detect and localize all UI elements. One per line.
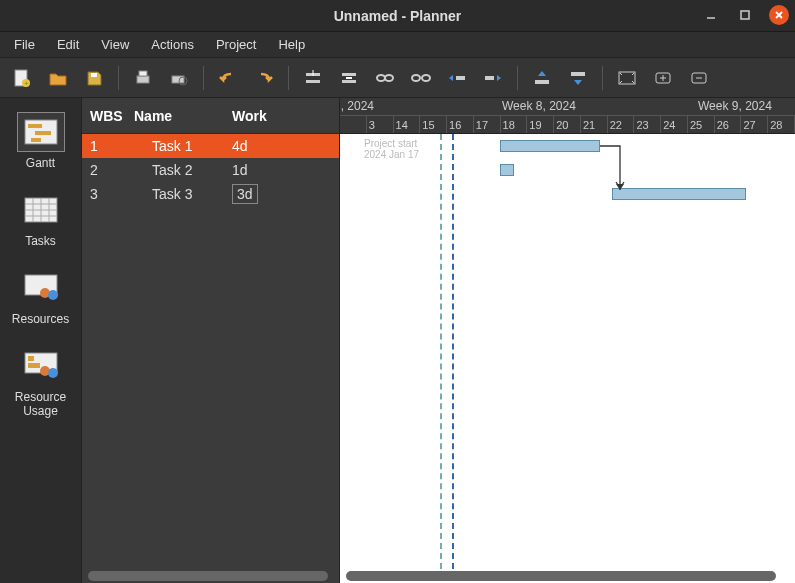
cell-name: Task 1: [134, 138, 232, 154]
cell-work: 4d: [232, 138, 312, 154]
tasks-icon: [17, 190, 65, 230]
nav-tasks[interactable]: Tasks: [4, 184, 78, 254]
day-cell: [340, 115, 367, 133]
remove-task-icon[interactable]: [335, 64, 363, 92]
svg-rect-34: [31, 138, 41, 142]
svg-rect-21: [456, 76, 465, 80]
nav-gantt[interactable]: Gantt: [4, 106, 78, 176]
svg-point-18: [385, 75, 393, 81]
svg-point-17: [377, 75, 385, 81]
svg-rect-24: [571, 72, 585, 76]
svg-rect-47: [28, 363, 40, 368]
print-preview-icon[interactable]: [165, 64, 193, 92]
project-start-label: Project start 2024 Jan 17: [364, 138, 419, 160]
gantt-bar[interactable]: [500, 140, 600, 152]
cell-name: Task 2: [134, 162, 232, 178]
minimize-button[interactable]: [701, 5, 721, 25]
nav-resource-usage[interactable]: Resource Usage: [4, 340, 78, 424]
link-tasks-icon[interactable]: [371, 64, 399, 92]
svg-rect-15: [342, 80, 356, 83]
new-file-icon[interactable]: +: [8, 64, 36, 92]
day-cell: 24: [661, 115, 688, 133]
task-header: WBS Name Work: [82, 98, 339, 134]
day-cell: 15: [420, 115, 447, 133]
menu-edit[interactable]: Edit: [47, 34, 89, 55]
zoom-in-icon[interactable]: [649, 64, 677, 92]
undo-icon[interactable]: [214, 64, 242, 92]
move-up-icon[interactable]: [528, 64, 556, 92]
day-cell: 16: [447, 115, 474, 133]
svg-rect-1: [741, 11, 749, 19]
cell-wbs: 1: [82, 138, 134, 154]
day-cell: 18: [501, 115, 528, 133]
table-row[interactable]: 2 Task 2 1d: [82, 158, 339, 182]
cell-work-editing[interactable]: 3d: [232, 184, 312, 204]
col-name[interactable]: Name: [134, 108, 232, 124]
outdent-icon[interactable]: [479, 64, 507, 92]
window-title: Unnamed - Planner: [334, 8, 462, 24]
menu-help[interactable]: Help: [268, 34, 315, 55]
day-cell: 3: [367, 115, 394, 133]
svg-rect-9: [139, 71, 147, 76]
svg-rect-23: [535, 80, 549, 84]
svg-rect-14: [342, 73, 356, 76]
unlink-tasks-icon[interactable]: [407, 64, 435, 92]
gantt-header: 7, 2024 Week 8, 2024 Week 9, 2024 314151…: [340, 98, 795, 134]
nav-usage-label: Resource Usage: [15, 390, 66, 418]
day-cell: 19: [527, 115, 554, 133]
zoom-out-icon[interactable]: [685, 64, 713, 92]
day-cell: 21: [581, 115, 608, 133]
toolbar: +: [0, 58, 795, 98]
week-label: Week 9, 2024: [696, 99, 772, 113]
gantt-chart[interactable]: 7, 2024 Week 8, 2024 Week 9, 2024 314151…: [340, 98, 795, 583]
week-label: 7, 2024: [340, 99, 374, 113]
svg-rect-32: [28, 124, 42, 128]
table-row[interactable]: 1 Task 1 4d: [82, 134, 339, 158]
zoom-fit-icon[interactable]: [613, 64, 641, 92]
cell-work: 1d: [232, 162, 312, 178]
day-cell: 22: [608, 115, 635, 133]
day-cell: 25: [688, 115, 715, 133]
gantt-icon: [17, 112, 65, 152]
menu-view[interactable]: View: [91, 34, 139, 55]
indent-icon[interactable]: [443, 64, 471, 92]
menu-file[interactable]: File: [4, 34, 45, 55]
week-label: Week 8, 2024: [500, 99, 576, 113]
resource-usage-icon: [17, 346, 65, 386]
menu-project[interactable]: Project: [206, 34, 266, 55]
nav-resources-label: Resources: [12, 312, 69, 326]
col-work[interactable]: Work: [232, 108, 312, 124]
print-icon[interactable]: [129, 64, 157, 92]
nav-resources[interactable]: Resources: [4, 262, 78, 332]
svg-point-20: [422, 75, 430, 81]
svg-point-19: [412, 75, 420, 81]
day-cell: 28: [768, 115, 795, 133]
nav-tasks-label: Tasks: [25, 234, 56, 248]
svg-point-49: [48, 368, 58, 378]
gantt-scrollbar[interactable]: [346, 571, 776, 581]
redo-icon[interactable]: [250, 64, 278, 92]
nav-gantt-label: Gantt: [26, 156, 55, 170]
svg-rect-13: [306, 80, 320, 83]
day-cell: 14: [394, 115, 421, 133]
task-scrollbar[interactable]: [88, 571, 328, 581]
task-panel: WBS Name Work 1 Task 1 4d 2 Task 2 1d 3 …: [82, 98, 340, 583]
svg-rect-33: [35, 131, 51, 135]
view-sidebar: Gantt Tasks Resources Resource Usage: [0, 98, 82, 583]
col-wbs[interactable]: WBS: [82, 108, 134, 124]
gantt-body[interactable]: Project start 2024 Jan 17: [340, 134, 795, 569]
svg-rect-22: [485, 76, 494, 80]
maximize-button[interactable]: [735, 5, 755, 25]
close-button[interactable]: [769, 5, 789, 25]
move-down-icon[interactable]: [564, 64, 592, 92]
svg-text:+: +: [24, 79, 29, 88]
gantt-bar[interactable]: [612, 188, 746, 200]
menubar: File Edit View Actions Project Help: [0, 32, 795, 58]
save-icon[interactable]: [80, 64, 108, 92]
gantt-bar[interactable]: [500, 164, 514, 176]
insert-task-icon[interactable]: [299, 64, 327, 92]
open-file-icon[interactable]: [44, 64, 72, 92]
table-row[interactable]: 3 Task 3 3d: [82, 182, 339, 206]
menu-actions[interactable]: Actions: [141, 34, 204, 55]
resources-icon: [17, 268, 65, 308]
